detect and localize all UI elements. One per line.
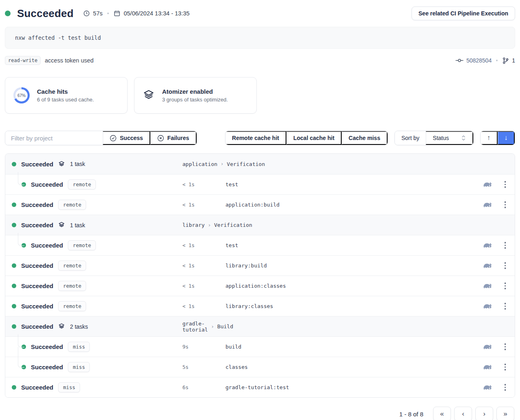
- chevron-separator-icon: ›: [221, 161, 223, 167]
- cache-status-badge: remote: [58, 281, 86, 291]
- filter-by-project-input[interactable]: [5, 131, 103, 145]
- task-duration: < 1s: [182, 303, 225, 309]
- task-group-row: Succeeded 1 task application›Verificatio…: [5, 154, 515, 174]
- dot-separator: [107, 13, 109, 14]
- status-label: Succeeded: [31, 181, 63, 188]
- status-dot-icon: [12, 284, 16, 288]
- gradle-icon[interactable]: [483, 303, 492, 309]
- task-row: Succeeded miss 9s build: [5, 336, 515, 357]
- task-name[interactable]: gradle-tutorial:test: [225, 384, 472, 390]
- status-dot-icon: [12, 385, 16, 390]
- task-name[interactable]: classes: [225, 364, 472, 370]
- task-duration: 6s: [182, 384, 225, 390]
- task-duration: < 1s: [182, 181, 225, 187]
- gradle-icon[interactable]: [483, 181, 492, 187]
- status-dot-icon: [22, 365, 26, 369]
- clock-icon: [83, 10, 90, 17]
- gradle-icon[interactable]: [483, 283, 492, 289]
- gradle-icon[interactable]: [483, 263, 492, 269]
- task-name[interactable]: test: [225, 181, 472, 187]
- project-name: gradle-tutorial: [182, 321, 208, 333]
- cache-status-badge: remote: [58, 301, 86, 311]
- task-name[interactable]: test: [225, 242, 472, 248]
- group-breadcrumb[interactable]: gradle-tutorial›Build: [182, 321, 225, 333]
- commit-icon: [455, 58, 464, 63]
- gradle-icon[interactable]: [483, 202, 492, 208]
- kebab-menu-icon[interactable]: [503, 261, 508, 271]
- cache-hits-subtitle: 6 of 9 tasks used cache.: [37, 97, 94, 103]
- kebab-menu-icon[interactable]: [503, 301, 508, 311]
- gradle-icon[interactable]: [483, 242, 492, 248]
- sort-ascending-button[interactable]: ↑: [481, 131, 498, 145]
- access-token-text: access token used: [45, 57, 93, 64]
- run-header: Succeeded 57s 05/06/2024 13:34 - 13:35 S…: [5, 0, 515, 27]
- atomizer-group-icon: [58, 222, 65, 228]
- last-page-button[interactable]: »: [496, 407, 514, 420]
- task-row: Succeeded remote < 1s library:classes: [5, 296, 515, 316]
- task-row: Succeeded remote < 1s library:build: [5, 255, 515, 276]
- local-cache-hit-filter-button[interactable]: Local cache hit: [286, 131, 342, 145]
- failures-filter-button[interactable]: Failures: [150, 131, 197, 145]
- kebab-menu-icon[interactable]: [503, 281, 508, 291]
- check-circle-icon: [110, 135, 117, 142]
- group-breadcrumb[interactable]: library›Verification: [182, 222, 225, 228]
- run-command: nxw affected -t test build: [5, 27, 515, 49]
- atomizer-group-icon: [58, 161, 65, 168]
- status-label: Succeeded: [21, 262, 53, 269]
- commit-hash[interactable]: 50828504: [466, 57, 492, 64]
- see-related-ci-pipeline-button[interactable]: See related CI Pipeline Execution: [412, 6, 515, 20]
- kebab-menu-icon[interactable]: [503, 342, 508, 352]
- next-page-button[interactable]: ›: [475, 407, 493, 420]
- gradle-icon[interactable]: [483, 384, 492, 390]
- kebab-menu-icon[interactable]: [503, 179, 508, 190]
- status-label: Succeeded: [21, 222, 53, 228]
- task-row: Succeeded miss 5s classes: [5, 357, 515, 377]
- kebab-menu-icon[interactable]: [503, 240, 508, 250]
- kebab-menu-icon[interactable]: [503, 200, 508, 210]
- task-duration: < 1s: [182, 242, 225, 248]
- status-dot-icon: [22, 182, 26, 187]
- cache-status-badge: remote: [68, 240, 96, 250]
- run-status-dot-icon: [5, 11, 11, 16]
- cache-hits-title: Cache hits: [37, 88, 94, 95]
- task-name[interactable]: build: [225, 344, 472, 350]
- prev-page-button[interactable]: ‹: [454, 407, 472, 420]
- success-filter-button[interactable]: Success: [103, 131, 150, 145]
- atomizer-group-icon: [58, 323, 65, 330]
- cache-status-badge: remote: [58, 261, 86, 271]
- status-label: Succeeded: [21, 303, 53, 310]
- task-name[interactable]: library:classes: [225, 303, 472, 309]
- success-filter-label: Success: [120, 135, 143, 141]
- task-name[interactable]: library:build: [225, 263, 472, 269]
- cache-miss-filter-button[interactable]: Cache miss: [342, 131, 388, 145]
- status-dot-icon: [12, 324, 16, 329]
- task-row: Succeeded remote < 1s application:build: [5, 194, 515, 215]
- atomizer-layers-icon: [143, 89, 155, 101]
- status-label: Succeeded: [21, 201, 53, 208]
- remote-cache-hit-filter-button[interactable]: Remote cache hit: [225, 131, 286, 145]
- kebab-menu-icon[interactable]: [503, 382, 508, 392]
- first-page-button[interactable]: «: [433, 407, 451, 420]
- chevron-separator-icon: ›: [211, 324, 214, 330]
- task-group-row: Succeeded 1 task library›Verification: [5, 215, 515, 235]
- task-duration: < 1s: [182, 263, 225, 269]
- group-breadcrumb[interactable]: application›Verification: [182, 161, 225, 167]
- access-token-badge: read-write: [5, 56, 41, 65]
- task-duration: 5s: [182, 364, 225, 370]
- cache-status-badge: miss: [58, 382, 80, 392]
- kebab-menu-icon[interactable]: [503, 362, 508, 372]
- sort-descending-button[interactable]: ↓: [498, 131, 515, 145]
- gradle-icon[interactable]: [483, 344, 492, 350]
- gradle-icon[interactable]: [483, 364, 492, 370]
- failures-filter-label: Failures: [167, 135, 189, 141]
- task-name[interactable]: application:build: [225, 202, 472, 208]
- atomizer-subtitle: 3 groups of tasks optimized.: [162, 97, 228, 103]
- project-name: application: [182, 161, 217, 167]
- cache-status-badge: miss: [68, 362, 90, 372]
- task-name[interactable]: application:classes: [225, 283, 472, 289]
- sort-status-select[interactable]: Status: [426, 131, 473, 145]
- status-label: Succeeded: [31, 364, 63, 370]
- status-label: Succeeded: [31, 343, 63, 350]
- atomizer-title: Atomizer enabled: [162, 88, 228, 95]
- status-label: Succeeded: [21, 323, 53, 330]
